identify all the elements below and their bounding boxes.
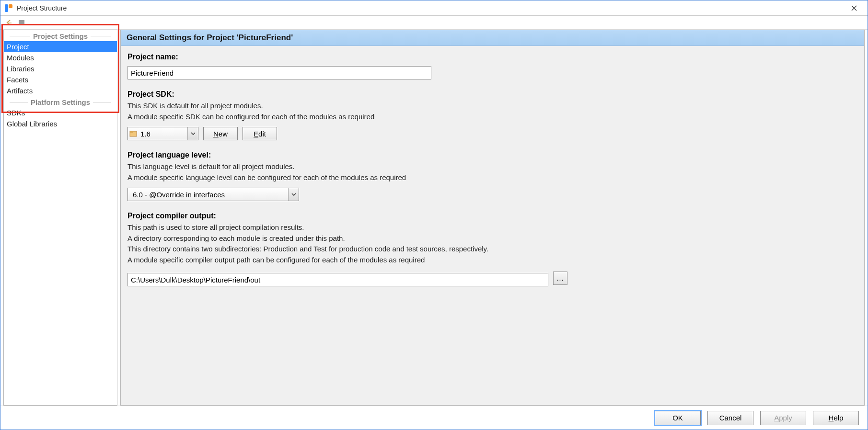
app-icon — [4, 4, 13, 12]
sidebar-item-facets[interactable]: Facets — [4, 74, 117, 85]
cancel-button[interactable]: Cancel — [707, 411, 753, 425]
main-body: Project name: Project SDK: This SDK is d… — [121, 46, 864, 304]
svg-rect-5 — [130, 131, 133, 133]
edit-sdk-button[interactable]: Edit — [243, 127, 277, 140]
compiler-output-input[interactable] — [127, 273, 548, 286]
sidebar-item-sdks[interactable]: SDKs — [4, 107, 117, 118]
sidebar-item-project[interactable]: Project — [4, 41, 117, 52]
apply-button[interactable]: Apply — [760, 411, 806, 425]
compiler-output-group: Project compiler output: This path is us… — [127, 212, 857, 286]
section-title: Project Settings — [33, 32, 88, 40]
window-title: Project Structure — [17, 4, 67, 12]
sdk-value: 1.6 — [139, 130, 154, 138]
close-button[interactable] — [845, 1, 864, 15]
sidebar: Project Settings Project Modules Librari… — [3, 30, 117, 406]
language-level-value: 6.0 - @Override in interfaces — [132, 191, 229, 199]
language-level-desc2: A module specific language level can be … — [127, 172, 857, 183]
language-level-desc1: This language level is default for all p… — [127, 161, 857, 172]
titlebar: Project Structure — [0, 0, 868, 16]
project-sdk-desc1: This SDK is default for all project modu… — [127, 101, 857, 112]
project-name-label: Project name: — [127, 53, 857, 61]
language-level-label: Project language level: — [127, 151, 857, 159]
language-level-group: Project language level: This language le… — [127, 151, 857, 201]
sidebar-item-modules[interactable]: Modules — [4, 52, 117, 63]
section-title: Platform Settings — [31, 98, 90, 106]
sidebar-item-global-libraries[interactable]: Global Libraries — [4, 118, 117, 129]
project-sdk-label: Project SDK: — [127, 90, 857, 99]
compiler-output-desc2: A directory corresponding to each module… — [127, 233, 857, 244]
toolbar — [0, 16, 868, 29]
compiler-output-label: Project compiler output: — [127, 212, 857, 220]
project-sdk-desc2: A module specific SDK can be configured … — [127, 112, 857, 123]
browse-button[interactable]: ... — [553, 272, 567, 285]
svg-rect-1 — [9, 4, 12, 8]
main-header: General Settings for Project 'PictureFri… — [121, 30, 864, 46]
sidebar-item-artifacts[interactable]: Artifacts — [4, 85, 117, 96]
sdk-dropdown[interactable]: 1.6 — [127, 127, 198, 140]
svg-rect-2 — [7, 22, 12, 25]
section-header-platform-settings: Platform Settings — [4, 96, 117, 107]
sdk-icon — [128, 130, 139, 137]
footer: OK Cancel Apply Help — [0, 406, 868, 430]
project-name-group: Project name: — [127, 53, 857, 79]
module-icon[interactable] — [17, 18, 26, 27]
ok-button[interactable]: OK — [655, 411, 701, 425]
back-icon[interactable] — [4, 18, 14, 27]
compiler-output-desc1: This path is used to store all project c… — [127, 222, 857, 233]
content: Project Settings Project Modules Librari… — [0, 29, 868, 406]
sidebar-item-libraries[interactable]: Libraries — [4, 63, 117, 74]
chevron-down-icon — [187, 127, 198, 140]
compiler-output-desc3: This directory contains two subdirectori… — [127, 244, 857, 255]
svg-rect-3 — [19, 20, 24, 25]
project-sdk-group: Project SDK: This SDK is default for all… — [127, 90, 857, 140]
language-level-dropdown[interactable]: 6.0 - @Override in interfaces — [127, 188, 299, 201]
help-button[interactable]: Help — [813, 411, 859, 425]
section-header-project-settings: Project Settings — [4, 30, 117, 41]
new-sdk-button[interactable]: New — [203, 127, 238, 140]
main-panel: General Settings for Project 'PictureFri… — [120, 30, 865, 406]
chevron-down-icon — [288, 188, 299, 201]
project-name-input[interactable] — [127, 66, 431, 79]
compiler-output-desc4: A module specific compiler output path c… — [127, 255, 857, 266]
svg-rect-0 — [5, 4, 8, 12]
